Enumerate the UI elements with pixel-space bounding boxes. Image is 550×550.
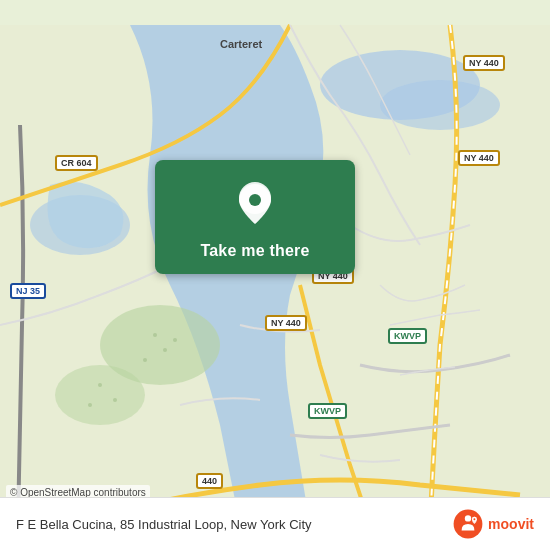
svg-point-8: [143, 358, 147, 362]
svg-point-11: [113, 398, 117, 402]
svg-point-5: [55, 365, 145, 425]
svg-point-18: [474, 518, 476, 520]
svg-point-9: [173, 338, 177, 342]
map-container: Carteret CR 604 NY 440 NY 440 NY 440 NY …: [0, 0, 550, 550]
svg-point-2: [380, 80, 500, 130]
road-badge-ny440d: NY 440: [265, 315, 307, 331]
svg-point-6: [153, 333, 157, 337]
moovit-logo-svg: [452, 508, 484, 540]
bottom-bar: F E Bella Cucina, 85 Industrial Loop, Ne…: [0, 497, 550, 550]
svg-point-12: [88, 403, 92, 407]
pin-icon: [235, 180, 275, 232]
svg-point-10: [98, 383, 102, 387]
map-background: [0, 0, 550, 550]
svg-point-16: [465, 515, 471, 521]
location-text: F E Bella Cucina, 85 Industrial Loop, Ne…: [16, 517, 452, 532]
take-me-there-label: Take me there: [200, 242, 309, 260]
road-badge-ny440a: NY 440: [463, 55, 505, 71]
road-badge-kwvp1: KWVP: [388, 328, 427, 344]
svg-point-7: [163, 348, 167, 352]
road-badge-kwvp2: KWVP: [308, 403, 347, 419]
road-badge-nj35: NJ 35: [10, 283, 46, 299]
svg-point-14: [249, 194, 261, 206]
take-me-there-button[interactable]: Take me there: [155, 160, 355, 274]
moovit-text: moovit: [488, 516, 534, 532]
road-badge-ny440b: NY 440: [458, 150, 500, 166]
moovit-logo: moovit: [452, 508, 534, 540]
road-badge-440b: 440: [196, 473, 223, 489]
road-badge-cr604: CR 604: [55, 155, 98, 171]
town-label-carteret: Carteret: [220, 38, 262, 50]
